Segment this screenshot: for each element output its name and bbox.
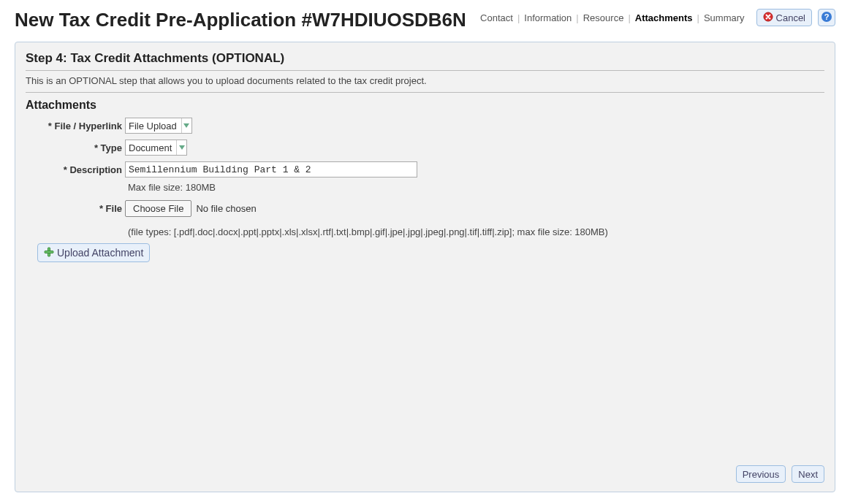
max-file-hint: Max file size: 180MB xyxy=(128,182,824,193)
help-icon: ? xyxy=(821,11,832,25)
cancel-label: Cancel xyxy=(776,12,805,23)
step-attachments[interactable]: Attachments xyxy=(632,12,696,23)
file-hyperlink-label: * File / Hyperlink xyxy=(26,121,125,131)
type-value: Document xyxy=(126,142,176,153)
chevron-down-icon xyxy=(179,145,185,150)
dropdown-trigger[interactable] xyxy=(181,118,191,133)
step-summary[interactable]: Summary xyxy=(701,12,748,23)
cancel-button[interactable]: Cancel xyxy=(756,9,812,26)
help-button[interactable]: ? xyxy=(818,9,835,26)
description-label: * Description xyxy=(26,164,125,175)
choose-file-button[interactable]: Choose File xyxy=(125,200,191,217)
chevron-down-icon xyxy=(183,123,189,128)
next-button[interactable]: Next xyxy=(792,465,824,483)
previous-button[interactable]: Previous xyxy=(736,465,786,483)
type-label: * Type xyxy=(26,142,125,153)
plus-icon xyxy=(44,247,54,259)
step-heading: Step 4: Tax Credit Attachments (OPTIONAL… xyxy=(26,51,824,66)
wizard-steps-nav: Contact | Information | Resource | Attac… xyxy=(477,12,747,23)
step-description: This is an OPTIONAL step that allows you… xyxy=(26,75,824,86)
nav-separator: | xyxy=(628,12,630,23)
step-contact[interactable]: Contact xyxy=(477,12,516,23)
divider xyxy=(26,70,824,71)
file-label: * File xyxy=(26,203,125,214)
dropdown-trigger[interactable] xyxy=(176,140,186,155)
nav-separator: | xyxy=(697,12,699,23)
file-hyperlink-value: File Upload xyxy=(126,121,181,131)
page-title: New Tax Credit Pre-Application #W7HDIUOS… xyxy=(15,9,466,31)
divider xyxy=(26,92,824,93)
svg-rect-4 xyxy=(45,251,53,253)
upload-attachment-label: Upload Attachment xyxy=(57,247,143,259)
type-select[interactable]: Document xyxy=(125,140,187,156)
svg-text:?: ? xyxy=(824,12,830,21)
step-resource[interactable]: Resource xyxy=(580,12,627,23)
cancel-icon xyxy=(763,12,773,24)
step-information[interactable]: Information xyxy=(521,12,574,23)
filetypes-hint: (file types: [.pdf|.doc|.docx|.ppt|.pptx… xyxy=(128,226,824,237)
description-input[interactable] xyxy=(125,161,417,177)
nav-separator: | xyxy=(517,12,520,23)
upload-attachment-button[interactable]: Upload Attachment xyxy=(37,243,150,262)
file-status: No file chosen xyxy=(196,203,256,214)
main-panel: Step 4: Tax Credit Attachments (OPTIONAL… xyxy=(15,42,835,492)
nav-separator: | xyxy=(576,12,578,23)
attachments-heading: Attachments xyxy=(26,99,824,112)
file-hyperlink-select[interactable]: File Upload xyxy=(125,118,192,134)
